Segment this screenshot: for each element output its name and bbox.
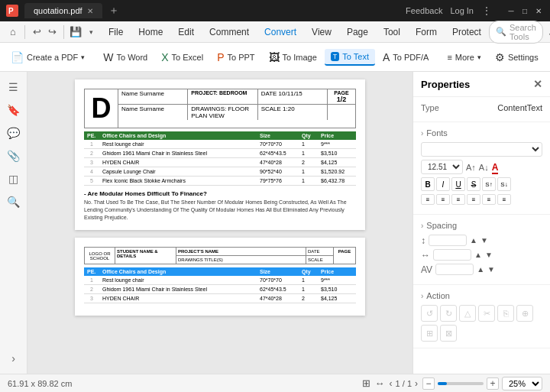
superscript-button[interactable]: S↑ <box>482 177 496 191</box>
action-btn-6[interactable]: ⊕ <box>516 305 533 322</box>
redo-icon[interactable]: ↪ <box>45 25 59 39</box>
panel-close-button[interactable]: ✕ <box>533 78 542 90</box>
undo-icon[interactable]: ↩ <box>30 25 44 39</box>
align-center-button[interactable]: ≡ <box>436 194 450 205</box>
to-word-button[interactable]: W To Word <box>97 48 154 66</box>
menu-view[interactable]: View <box>304 24 339 40</box>
zoom-out-button[interactable]: − <box>422 377 435 390</box>
zoom-controls: − + 25% <box>422 377 542 390</box>
sidebar-search-icon[interactable]: 🔍 <box>5 193 23 211</box>
col-qty: Qty <box>299 131 318 140</box>
sidebar-layers-icon[interactable]: ◫ <box>5 170 23 188</box>
row-size: 79*75*76 <box>257 177 299 186</box>
save-icon[interactable]: 💾 <box>69 25 82 39</box>
login-link[interactable]: Log In <box>450 6 474 15</box>
font-size-select[interactable]: 12.51 pt <box>421 160 463 174</box>
action-btn-8[interactable]: ⊠ <box>440 325 457 342</box>
action-btn-7[interactable]: ⊞ <box>421 325 438 342</box>
to-image-button[interactable]: 🖼 To Image <box>263 48 323 66</box>
tab-close-icon[interactable]: ✕ <box>87 7 93 15</box>
word-spacing-up-icon[interactable]: ▲ <box>477 265 484 274</box>
menu-home[interactable]: Home <box>131 24 170 40</box>
action-buttons-row2: ⊞ ⊠ <box>421 325 542 342</box>
subscript-button[interactable]: S↓ <box>497 177 511 191</box>
zoom-select[interactable]: 25% <box>502 377 542 390</box>
fit-page-icon[interactable]: ⊞ <box>362 377 370 389</box>
create-pdf-button[interactable]: 📄 Create a PDF ▾ <box>5 48 91 66</box>
to-pdfa-button[interactable]: A To PDF/A <box>377 48 435 66</box>
underline-button[interactable]: U <box>451 177 465 191</box>
more-button[interactable]: ≡ More ▾ <box>441 50 487 65</box>
dropdown-icon[interactable]: ▾ <box>84 25 98 39</box>
zoom-slider[interactable] <box>438 382 484 385</box>
menu-page[interactable]: Page <box>339 24 376 40</box>
settings-button[interactable]: ⚙ Settings <box>489 48 545 66</box>
align-justify-button[interactable]: ≡ <box>467 194 480 205</box>
align-left-button[interactable]: ≡ <box>421 194 435 205</box>
restore-button[interactable]: □ <box>519 5 530 16</box>
sidebar-attachment-icon[interactable]: 📎 <box>5 147 23 165</box>
action-buttons-row1: ↺ ↻ △ ✂ ⎘ ⊕ <box>421 305 542 322</box>
more-menu-icon[interactable]: ⋮ <box>481 5 492 17</box>
row-num: 1 <box>84 276 99 285</box>
new-tab-button[interactable]: ＋ <box>108 4 119 18</box>
word-spacing-input[interactable] <box>435 264 474 275</box>
char-spacing-input[interactable] <box>433 249 471 261</box>
sidebar-comment-icon[interactable]: 💬 <box>5 124 23 142</box>
menu-tool[interactable]: Tool <box>376 24 408 40</box>
document-tab[interactable]: quotation.pdf ✕ <box>24 3 102 18</box>
table-header-row: PE. Office Chairs and Design Size Qty Pr… <box>84 131 356 140</box>
align-left2-button[interactable]: ≡ <box>482 194 496 205</box>
align-right-button[interactable]: ≡ <box>451 194 465 205</box>
minimize-button[interactable]: ─ <box>506 5 516 16</box>
sidebar-page-thumbnail-icon[interactable]: ☰ <box>5 78 23 96</box>
row-size: 62*45*43.5 <box>257 149 299 158</box>
line-spacing-input[interactable] <box>429 235 467 246</box>
menu-comment[interactable]: Comment <box>202 24 257 40</box>
menu-form[interactable]: Form <box>408 24 445 40</box>
action-btn-2[interactable]: ↻ <box>440 305 457 322</box>
zoom-in-button[interactable]: + <box>487 377 499 390</box>
font-family-select[interactable] <box>421 142 542 157</box>
menu-protect[interactable]: Protect <box>445 24 489 40</box>
action-btn-5[interactable]: ⎘ <box>497 305 514 322</box>
search-tools-box[interactable]: 🔍 Search Tools <box>489 21 543 44</box>
menu-convert[interactable]: Convert <box>257 24 304 40</box>
document-area[interactable]: D Name Surname PROJECT: BEDROOM DATE 10/… <box>28 72 412 374</box>
create-pdf-dropdown-icon[interactable]: ▾ <box>81 53 85 61</box>
font-color-icon[interactable]: A <box>492 162 499 173</box>
sidebar-collapse-icon[interactable]: › <box>5 349 23 368</box>
sidebar-bookmark-icon[interactable]: 🔖 <box>5 101 23 119</box>
char-spacing-down-icon[interactable]: ▼ <box>485 251 493 259</box>
menu-edit[interactable]: Edit <box>170 24 202 40</box>
home-icon[interactable]: ⌂ <box>6 25 20 39</box>
to-text-button[interactable]: T To Text <box>325 49 375 66</box>
char-spacing-up-icon[interactable]: ▲ <box>474 251 482 259</box>
word-spacing-down-icon[interactable]: ▼ <box>487 265 495 274</box>
next-page-button[interactable]: › <box>415 378 418 389</box>
to-excel-button[interactable]: X To Excel <box>155 48 209 66</box>
fit-width-icon[interactable]: ↔ <box>375 377 385 389</box>
panel-header: Properties ✕ <box>413 72 550 97</box>
line-spacing-down-icon[interactable]: ▼ <box>480 236 488 245</box>
row-name: HYDEN CHAIR <box>99 158 257 167</box>
action-btn-1[interactable]: ↺ <box>421 305 438 322</box>
to-ppt-button[interactable]: P To PPT <box>211 48 260 66</box>
prev-page-button[interactable]: ‹ <box>390 378 393 389</box>
batch-pro-button[interactable]: ⚡ Batch Pr... <box>546 48 550 66</box>
row-num: 5 <box>84 177 99 186</box>
strikethrough-button[interactable]: S <box>467 177 480 191</box>
action-btn-4[interactable]: ✂ <box>478 305 495 322</box>
close-button[interactable]: ✕ <box>533 5 544 16</box>
align-right2-button[interactable]: ≡ <box>497 194 511 205</box>
font-down-icon[interactable]: A↓ <box>479 163 489 172</box>
bold-button[interactable]: B <box>421 177 435 191</box>
line-spacing-up-icon[interactable]: ▲ <box>470 236 477 245</box>
menu-file[interactable]: File <box>101 24 131 40</box>
row-qty: 2 <box>299 294 318 303</box>
italic-button[interactable]: I <box>436 177 450 191</box>
zoom-slider-fill <box>438 382 447 385</box>
action-btn-3[interactable]: △ <box>459 305 476 322</box>
feedback-link[interactable]: Feedback <box>406 6 442 15</box>
font-up-icon[interactable]: A↑ <box>466 163 476 172</box>
